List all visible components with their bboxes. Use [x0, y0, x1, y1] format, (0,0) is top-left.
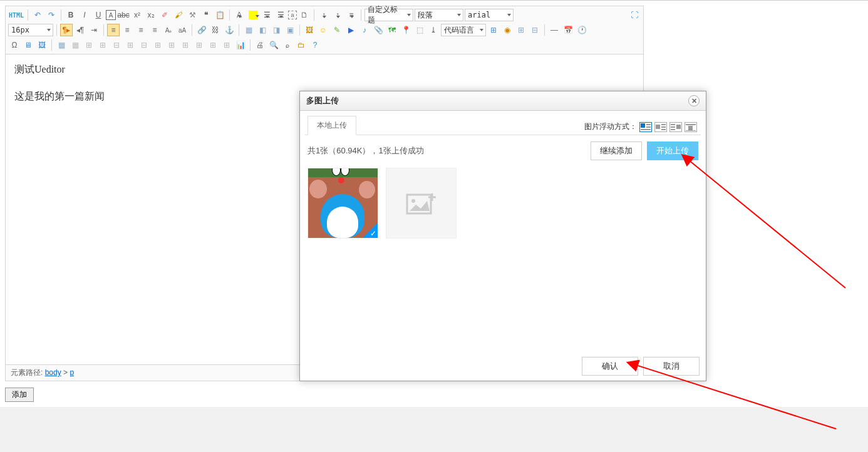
time-icon[interactable]: 🕐 — [576, 24, 588, 36]
insertunorderedlist-icon[interactable]: ☰ — [274, 9, 287, 21]
mergedown-icon[interactable]: ⊞ — [179, 39, 192, 51]
code-lang-select[interactable]: 代码语言 — [441, 24, 486, 36]
anchor-icon[interactable]: ⚓ — [223, 24, 235, 36]
continue-add-button[interactable]: 继续添加 — [591, 141, 642, 160]
music-icon[interactable]: ♪ — [358, 24, 371, 36]
help-icon[interactable]: ? — [309, 39, 321, 51]
float-mode-left[interactable] — [654, 122, 667, 132]
redo-icon[interactable]: ↷ — [45, 9, 58, 21]
formatmatch-icon[interactable]: 🖌 — [172, 9, 185, 21]
splittorows-icon[interactable]: ⊞ — [207, 39, 219, 51]
lineheight-icon[interactable]: ≡ — [345, 9, 358, 21]
selectall-icon[interactable]: a — [288, 11, 297, 19]
path-body-link[interactable]: body — [45, 368, 61, 377]
cleardoc-icon[interactable]: 🗋 — [298, 9, 311, 21]
source-html-button[interactable]: HTML — [8, 9, 24, 21]
emotion-icon[interactable]: ☺ — [317, 24, 329, 36]
float-mode-none[interactable] — [639, 122, 652, 132]
path-p-link[interactable]: p — [70, 368, 74, 377]
cancel-button[interactable]: 取消 — [643, 357, 700, 376]
pagebreak-icon[interactable]: ⤓ — [427, 24, 440, 36]
insertframe-icon[interactable]: ⬚ — [413, 24, 426, 36]
snapscreen-icon[interactable]: 🖥 — [22, 39, 34, 51]
float-mode-center[interactable] — [685, 122, 697, 132]
float-mode-right[interactable] — [669, 122, 682, 132]
wordimage-icon[interactable]: 🖼 — [36, 39, 48, 51]
deleterow-icon[interactable]: ⊟ — [110, 39, 123, 51]
directionality-rtl-icon[interactable]: ◂¶ — [74, 24, 86, 36]
insertrow-icon[interactable]: ⊞ — [96, 39, 109, 51]
scrawl-icon[interactable]: ✎ — [331, 24, 343, 36]
touppercase-icon[interactable]: Aₐ — [162, 24, 175, 36]
pasteplain-icon[interactable]: 📋 — [214, 9, 226, 21]
gmap-icon[interactable]: 📍 — [400, 24, 412, 36]
deletetable-icon[interactable]: ▦ — [69, 39, 81, 51]
charts-icon[interactable]: 📊 — [234, 39, 247, 51]
print-icon[interactable]: 🖨 — [254, 39, 266, 51]
insertcol-icon[interactable]: ⊞ — [124, 39, 137, 51]
underline-icon[interactable]: U — [92, 9, 105, 21]
indent-icon[interactable]: ⇥ — [88, 24, 100, 36]
drafts-icon[interactable]: 🗀 — [295, 39, 307, 51]
blockquote-icon[interactable]: ❝ — [200, 9, 212, 21]
link-icon[interactable]: 🔗 — [195, 24, 208, 36]
simpleupload-icon[interactable]: 🖼 — [303, 24, 316, 36]
splittocols-icon[interactable]: ⊞ — [220, 39, 233, 51]
imageright-icon[interactable]: ◨ — [270, 24, 282, 36]
fullscreen-icon[interactable]: ⛶ — [628, 9, 641, 21]
custom-heading-select[interactable]: 自定义标题 — [364, 9, 413, 21]
superscript-icon[interactable]: x² — [131, 9, 143, 21]
font-family-select[interactable]: arial — [465, 9, 514, 21]
inserttable-icon[interactable]: ▦ — [55, 39, 68, 51]
add-button[interactable]: 添加 — [5, 388, 34, 402]
subscript-icon[interactable]: x₂ — [145, 9, 157, 21]
deletecol-icon[interactable]: ⊟ — [138, 39, 150, 51]
splittocells-icon[interactable]: ⊞ — [193, 39, 205, 51]
imagenone-icon[interactable]: ▦ — [242, 24, 255, 36]
strikethrough-icon[interactable]: abc — [117, 9, 130, 21]
font-size-select[interactable]: 16px — [8, 24, 53, 36]
spechars-icon[interactable]: Ω — [8, 39, 21, 51]
justify-left-icon[interactable]: ≡ — [107, 24, 120, 36]
horizontal-icon[interactable]: — — [548, 24, 561, 36]
searchreplace-icon[interactable]: ⌕ — [281, 39, 294, 51]
tolowercase-icon[interactable]: aA — [176, 24, 189, 36]
rowspacingbottom-icon[interactable]: ↕ — [331, 9, 344, 21]
mergeright-icon[interactable]: ⊞ — [165, 39, 178, 51]
undo-icon[interactable]: ↶ — [31, 9, 44, 21]
date-icon[interactable]: 📅 — [562, 24, 574, 36]
add-image-placeholder[interactable] — [386, 168, 457, 239]
forecolor-icon[interactable]: A — [233, 9, 245, 21]
splitcells-icon[interactable]: ⊞ — [515, 24, 527, 36]
directionality-ltr-icon[interactable]: ¶▸ — [60, 24, 73, 36]
background-icon[interactable]: ◉ — [501, 24, 514, 36]
insertorderedlist-icon[interactable]: ☰ — [261, 9, 273, 21]
backcolor-icon[interactable] — [249, 11, 257, 19]
mergecells-icon[interactable]: ⊞ — [152, 39, 164, 51]
map-icon[interactable]: 🗺 — [386, 24, 398, 36]
justify-justify-icon[interactable]: ≡ — [148, 24, 161, 36]
template-icon[interactable]: ⊞ — [487, 24, 500, 36]
tab-local-upload[interactable]: 本地上传 — [307, 116, 356, 135]
attachment-icon[interactable]: 📎 — [372, 24, 385, 36]
justify-right-icon[interactable]: ≡ — [135, 24, 147, 36]
justify-center-icon[interactable]: ≡ — [121, 24, 133, 36]
rowspacingtop-icon[interactable]: ↕ — [318, 9, 330, 21]
uploaded-image-thumbnail[interactable] — [307, 168, 378, 239]
insertparagraph-icon[interactable]: ⊞ — [83, 39, 95, 51]
imageleft-icon[interactable]: ◧ — [256, 24, 269, 36]
autotypeset-icon[interactable]: ⚒ — [186, 9, 199, 21]
italic-icon[interactable]: I — [78, 9, 91, 21]
start-upload-button[interactable]: 开始上传 — [647, 141, 698, 160]
imagecenter-icon[interactable]: ▣ — [284, 24, 296, 36]
unlink-icon[interactable]: ⛓ — [209, 24, 222, 36]
close-icon[interactable]: ✕ — [688, 95, 700, 106]
preview-icon[interactable]: 🔍 — [267, 39, 280, 51]
bold-icon[interactable]: B — [65, 9, 77, 21]
removeformat-icon[interactable]: ✐ — [158, 9, 171, 21]
splitrows-icon[interactable]: ⊟ — [529, 24, 541, 36]
fontborder-icon[interactable]: A — [106, 10, 116, 20]
insertvideo-icon[interactable]: ▶ — [344, 24, 357, 36]
paragraph-select[interactable]: 段落 — [415, 9, 463, 21]
confirm-button[interactable]: 确认 — [582, 357, 638, 376]
